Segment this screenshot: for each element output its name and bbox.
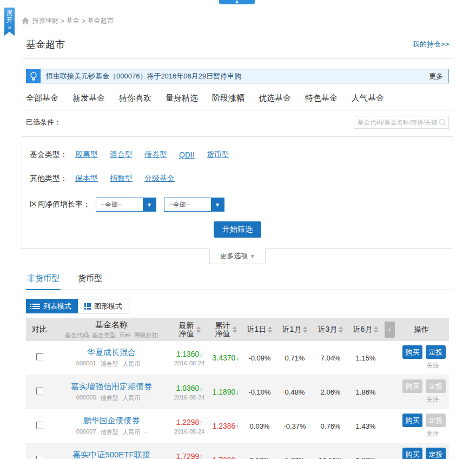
compare-checkbox[interactable] (36, 388, 43, 395)
list-mode-label: 列表模式 (43, 301, 71, 311)
filter-graded-fund[interactable]: 分级基金 (144, 174, 175, 183)
return-1month: 0.48% (277, 388, 313, 396)
fund-currency: 人民币 (123, 360, 141, 368)
trend-arrow-icon: ↓ (199, 385, 202, 392)
tab-guess-you-like[interactable]: 猜你喜欢 (119, 93, 151, 103)
return-3month: 13.50% (313, 456, 348, 459)
fund-currency: 人民币 (123, 394, 141, 402)
more-options-toggle[interactable]: 更多选项 ▼ (209, 248, 266, 264)
collapse-panel-button[interactable]: ▲ (219, 0, 255, 4)
search-icon[interactable] (439, 119, 447, 129)
sort-icon[interactable] (374, 326, 378, 333)
col-fund-type: 基金类型 (92, 331, 116, 339)
chevron-up-icon: ▲ (219, 0, 255, 4)
tab-non-money-funds[interactable]: 非货币型 (26, 269, 61, 290)
follow-link[interactable]: 关注 (396, 395, 447, 404)
filter-money-type[interactable]: 货币型 (207, 150, 229, 160)
notice-text[interactable]: 恒生联接美元钞基金（000076）将于2016年06月29日暂停申购 (46, 71, 429, 81)
fund-type-label: 基金类型： (30, 150, 68, 160)
col-action: 操作 (396, 325, 447, 335)
buy-button[interactable]: 购买 (402, 448, 422, 459)
select-value: --全部-- (96, 198, 143, 211)
my-holdings-link[interactable]: 我的持仓>> (413, 40, 449, 49)
sort-icon[interactable] (233, 326, 237, 333)
home-icon[interactable] (22, 17, 29, 24)
filter-stock-type[interactable]: 股票型 (75, 150, 98, 160)
sort-icon[interactable] (303, 326, 307, 333)
buy-button[interactable]: 购买 (402, 345, 422, 359)
aip-button[interactable]: 定投 (426, 414, 446, 427)
latest-nav-value: 1.7299 (176, 452, 200, 459)
start-filter-button[interactable]: 开始筛选 (214, 221, 261, 238)
tab-tailored[interactable]: 量身精选 (166, 93, 198, 103)
sort-icon[interactable] (339, 326, 343, 333)
expand-sidebar-ribbon[interactable]: 展开 » (4, 8, 15, 36)
return-1month: 1.77% (277, 456, 313, 459)
tab-popular-funds[interactable]: 人气基金 (352, 93, 384, 103)
breadcrumb-item-fund[interactable]: 基金 (67, 16, 80, 25)
fund-name-link[interactable]: 华夏成长混合 (53, 347, 170, 358)
latest-nav-value: 1.1360 (176, 350, 200, 358)
aip-button[interactable]: 定投 (426, 345, 446, 359)
expand-label: 展开 (6, 10, 12, 24)
fund-type: 债券型 (101, 428, 118, 436)
col-fund-code: 基金代码 (65, 331, 89, 339)
return-1day: -0.10% (242, 388, 277, 396)
filter-qdii-type[interactable]: QDII (179, 150, 195, 159)
fund-code: 000007 (76, 428, 96, 436)
fund-name-link[interactable]: 嘉实增强信用定期债券 (53, 382, 170, 392)
main-panel: 基金超市 我的持仓>> 恒生联接美元钞基金（000076）将于2016年06月2… (22, 29, 453, 459)
tab-preferred-funds[interactable]: 优选基金 (259, 93, 291, 103)
sort-icon[interactable] (268, 326, 272, 333)
fund-name-link[interactable]: 嘉实中证500ETF联接 (53, 450, 170, 459)
col-latest-nav: 最新净值 (170, 322, 209, 338)
follow-link[interactable]: 关注 (396, 361, 447, 370)
breadcrumb-item-invest[interactable]: 投资理财 (32, 16, 58, 25)
col-1month: 近1月 (277, 325, 313, 335)
return-6month: 1.43% (348, 422, 383, 430)
notice-bar: 恒生联接美元钞基金（000076）将于2016年06月29日暂停申购 更多 (26, 69, 449, 83)
tab-money-funds[interactable]: 货币型 (77, 269, 103, 290)
tab-featured-funds[interactable]: 特色基金 (305, 93, 338, 103)
latest-nav-value: 1.2298 (176, 418, 200, 427)
latest-nav-value: 1.0360 (176, 384, 200, 392)
fund-search-box (354, 116, 449, 129)
col-1day: 近1日 (242, 325, 277, 335)
sort-icon[interactable] (196, 326, 201, 333)
tab-new-funds[interactable]: 新发基金 (72, 93, 105, 103)
fund-currency: 人民币 (123, 428, 141, 436)
growth-rate-select-to[interactable]: --全部-- ▼ (164, 198, 224, 212)
fund-nav-tabs: 全部基金 新发基金 猜你喜欢 量身精选 阶段涨幅 优选基金 特色基金 人气基金 (22, 83, 453, 110)
filter-mixed-type[interactable]: 混合型 (110, 150, 133, 160)
filter-index-type[interactable]: 指数型 (110, 174, 133, 183)
buy-button[interactable]: 购买 (402, 414, 422, 427)
aip-button[interactable]: 定投 (426, 379, 446, 393)
fund-name-link[interactable]: 鹏华国企债债券 (53, 416, 170, 426)
aip-button[interactable]: 定投 (426, 448, 446, 459)
trend-arrow-icon: ↑ (235, 457, 239, 459)
buy-button[interactable]: 购买 (402, 379, 422, 393)
graph-mode-button[interactable]: 图形模式 (78, 299, 129, 313)
fund-type: 债券型 (101, 394, 118, 402)
growth-rate-select-from[interactable]: --全部-- ▼ (96, 198, 156, 212)
follow-link[interactable]: 关注 (396, 429, 447, 438)
more-columns-button[interactable]: › (385, 322, 395, 338)
fund-search-input[interactable] (354, 116, 448, 128)
trend-arrow-icon: ↓ (235, 355, 239, 362)
return-1day: 0.03% (242, 422, 277, 430)
tab-all-funds[interactable]: 全部基金 (26, 93, 58, 103)
notice-more-link[interactable]: 更多 (429, 71, 443, 81)
filter-capital-protected[interactable]: 保本型 (75, 174, 98, 183)
list-mode-button[interactable]: 列表模式 (26, 299, 78, 313)
acc-nav-value: 1.2386 (213, 422, 236, 430)
page-title: 基金超市 (26, 38, 65, 51)
tab-period-change[interactable]: 阶段涨幅 (212, 93, 244, 103)
return-1month: 0.71% (277, 354, 313, 362)
col-currency: 币种 (119, 331, 131, 339)
compare-checkbox[interactable] (36, 422, 43, 429)
return-1month: -0.37% (277, 422, 313, 430)
growth-rate-label: 区间净值增长率： (30, 200, 90, 209)
compare-checkbox[interactable] (36, 353, 43, 360)
filter-bond-type[interactable]: 债券型 (144, 150, 167, 160)
compare-checkbox[interactable] (36, 456, 43, 459)
